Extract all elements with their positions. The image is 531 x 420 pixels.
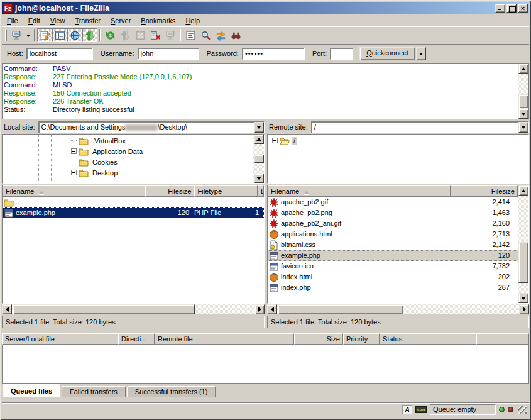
toggle-message-log-button[interactable] [37, 28, 52, 42]
directory-comparison-button[interactable] [198, 28, 213, 42]
scroll-left-button[interactable] [2, 304, 12, 314]
tree-item-cookies[interactable]: Cookies [3, 157, 263, 167]
scroll-right-button[interactable] [255, 304, 265, 314]
log-scrollbar[interactable] [518, 64, 528, 119]
scroll-thumb[interactable] [254, 155, 264, 163]
column-header-size[interactable]: Size [294, 333, 343, 345]
scroll-up-button[interactable] [518, 64, 528, 74]
remote-file-row[interactable]: bitnami.css 2,142 [268, 240, 528, 250]
cancel-operation-button[interactable] [133, 28, 148, 42]
remote-file-row[interactable]: index.html 202 [268, 272, 528, 282]
tree-item-virtualbox[interactable]: .VirtualBox [3, 135, 263, 146]
username-input[interactable]: john [138, 48, 199, 60]
expand-plus-icon[interactable] [272, 138, 278, 143]
menu-bookmarks[interactable]: Bookmarks [136, 16, 180, 26]
folder-icon [79, 136, 89, 145]
scroll-up-button[interactable] [518, 185, 528, 196]
tree-item-application-data[interactable]: Application Data [3, 146, 263, 157]
minimize-button[interactable] [495, 4, 505, 13]
remote-list-scrollbar[interactable] [518, 185, 528, 303]
directory-listing-filters-button[interactable] [183, 28, 198, 42]
disconnect-button[interactable] [148, 28, 163, 42]
column-header-filetype[interactable]: Filetype [194, 185, 258, 197]
tab-failed-transfers[interactable]: Failed transfers [62, 386, 126, 397]
site-manager-dropdown[interactable] [24, 28, 32, 42]
menu-server[interactable]: Server [106, 16, 136, 26]
remote-file-row[interactable]: favicon.ico 7,782 [268, 261, 528, 272]
column-header-remote-file[interactable]: Remote file [155, 333, 294, 345]
toggle-remote-tree-button[interactable] [67, 28, 82, 42]
message-log: Command:PASV Response:227 Entering Passi… [2, 63, 529, 119]
toggle-local-tree-button[interactable] [52, 28, 67, 42]
column-header-filename[interactable]: Filename [3, 185, 145, 197]
local-file-row-parent[interactable]: .. [3, 197, 264, 207]
local-file-row-example-php[interactable]: example.php 120 PHP File 1 [3, 207, 264, 218]
password-label: Password: [207, 50, 239, 57]
menu-help[interactable]: Help [180, 16, 205, 26]
host-input[interactable]: localhost [26, 48, 93, 60]
remote-file-row[interactable]: applications.html 2,713 [268, 229, 528, 240]
menu-view[interactable]: View [45, 16, 70, 26]
tab-queued-files[interactable]: Queued files [3, 384, 60, 397]
local-site-combo-dropdown[interactable] [254, 122, 264, 133]
column-header-filesize[interactable]: Filesize [145, 185, 195, 197]
close-button[interactable]: × [518, 4, 528, 13]
scroll-down-button[interactable] [254, 174, 264, 183]
scroll-left-button[interactable] [267, 304, 277, 314]
scroll-thumb[interactable] [13, 304, 195, 314]
column-header-filesize[interactable]: Filesize [451, 185, 518, 197]
site-manager-button[interactable] [9, 28, 24, 42]
quickconnect-button[interactable]: Quickconnect [359, 47, 415, 60]
title-bar[interactable]: Fz john@localhost - FileZilla × [2, 2, 529, 14]
toolbar-grip[interactable] [5, 29, 7, 41]
local-tree-scrollbar[interactable] [253, 135, 264, 183]
tab-successful-transfers[interactable]: Successful transfers (1) [127, 386, 216, 397]
column-header-last-modified[interactable]: Last modified [258, 185, 264, 197]
remote-file-row[interactable]: apache_pb2.gif 2,414 [268, 197, 528, 207]
synchronized-browsing-button[interactable] [213, 28, 228, 42]
tree-item-root[interactable]: / [268, 135, 528, 146]
reconnect-button[interactable] [163, 28, 178, 42]
column-header-filename[interactable]: Filename [268, 185, 451, 197]
local-site-path[interactable]: C:\Documents and Settings\Desktop\ [39, 122, 254, 133]
scroll-down-button[interactable] [518, 109, 528, 119]
refresh-button[interactable] [102, 28, 118, 42]
toggle-transfer-queue-button[interactable] [82, 28, 97, 42]
remote-file-row[interactable]: apache_pb2_ani.gif 2,160 [268, 218, 528, 229]
scroll-thumb[interactable] [518, 242, 528, 283]
column-header-priority[interactable]: Priority [343, 333, 380, 345]
menu-file[interactable]: File [2, 16, 23, 26]
expand-plus-icon[interactable] [71, 148, 77, 154]
find-files-button[interactable] [228, 28, 243, 42]
menu-transfer[interactable]: Transfer [70, 16, 106, 26]
password-input[interactable]: •••••• [242, 48, 305, 60]
local-site-combo[interactable]: C:\Documents and Settings\Desktop\ [38, 121, 265, 133]
process-queue-button[interactable] [118, 28, 133, 42]
scroll-right-button[interactable] [519, 304, 529, 314]
triangle-down-icon [521, 297, 526, 302]
scroll-down-button[interactable] [518, 293, 528, 303]
column-header-server-local-file[interactable]: Server/Local file [2, 333, 118, 345]
scroll-thumb[interactable] [278, 304, 403, 314]
remote-file-row-example-php[interactable]: example.php 120 [268, 250, 528, 261]
remote-site-combo[interactable]: / [311, 121, 529, 133]
collapse-minus-icon[interactable] [71, 170, 77, 175]
menu-edit[interactable]: Edit [23, 16, 45, 26]
remote-file-row[interactable]: index.php 267 [268, 282, 528, 293]
scroll-thumb[interactable] [518, 94, 528, 108]
port-input[interactable] [330, 48, 353, 60]
remote-hscrollbar[interactable] [267, 304, 529, 314]
column-header-status[interactable]: Status [380, 333, 476, 345]
remote-file-row[interactable]: apache_pb2.png 1,463 [268, 207, 528, 218]
log-line: Response:150 Connection accepted [4, 89, 516, 97]
queue-list-empty[interactable] [2, 345, 529, 384]
resize-grip[interactable] [518, 406, 527, 414]
local-hscrollbar[interactable] [2, 304, 265, 314]
scroll-up-button[interactable] [254, 135, 264, 144]
column-header-direction[interactable]: Directi... [118, 333, 155, 345]
remote-site-combo-dropdown[interactable] [518, 122, 528, 133]
remote-site-path[interactable]: / [312, 122, 518, 133]
maximize-button[interactable] [506, 4, 517, 13]
tree-item-desktop[interactable]: Desktop [3, 167, 263, 178]
quickconnect-dropdown[interactable] [416, 47, 426, 60]
